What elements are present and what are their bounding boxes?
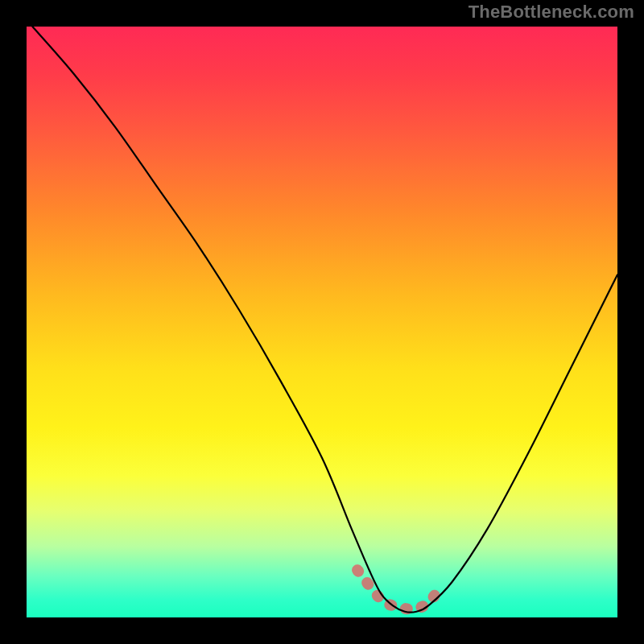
plot-area bbox=[27, 27, 617, 617]
bottleneck-curve bbox=[32, 27, 617, 613]
chart-frame: TheBottleneck.com bbox=[0, 0, 644, 644]
watermark-text: TheBottleneck.com bbox=[469, 2, 634, 23]
highlight-dots bbox=[357, 570, 440, 609]
chart-overlay bbox=[27, 27, 617, 617]
